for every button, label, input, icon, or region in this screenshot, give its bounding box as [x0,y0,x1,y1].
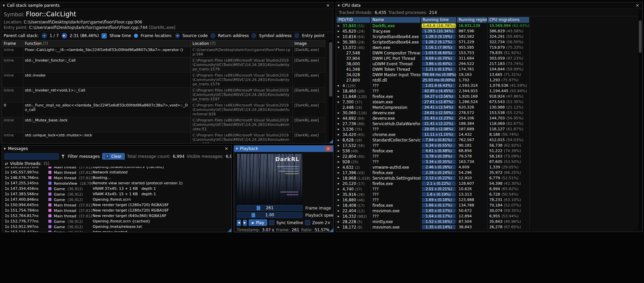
expand-arrow-icon[interactable]: ▶ [338,165,341,170]
frame-image-slider[interactable]: 261 [237,205,303,211]
cpu-process-row[interactable]: ▶4(120) ??? 1:01.9 (6.43%) 2,593,314 1,0… [337,83,638,88]
expand-arrow-icon[interactable]: ▶ [338,23,341,29]
cpu-process-row[interactable]: ▶18,408(17) firefox.exe 1.66 s (0.17%) 1… [337,203,638,208]
close-icon[interactable]: × [634,3,641,8]
playback-speed-slider[interactable]: 1.00 [237,212,303,218]
cpu-process-row[interactable]: ▶22,404(12) msvsmon.exe 1.65 s (0.17%) 5… [337,208,638,214]
col-running-time-header[interactable]: Running time [421,17,456,23]
callstack-scrollbar[interactable] [329,40,333,143]
col-cpu-migrations-header[interactable]: CPU migrations [488,17,529,23]
resize-grip[interactable] [329,228,333,232]
callstack-titlebar[interactable]: ▼ Call stack sample parents × [1,2,333,9]
callstack-table-row[interactable]: inline std::invoke C:\Program Files (x86… [2,72,325,87]
collapse-icon[interactable]: ▼ [4,147,6,150]
scrollbar-thumb[interactable] [639,20,642,53]
expand-arrow-icon[interactable]: ▶ [338,170,341,176]
expand-arrow-icon[interactable]: ▶ [338,137,341,143]
expand-arrow-icon[interactable]: ▶ [338,99,341,105]
expand-arrow-icon[interactable]: ▶ [338,186,341,192]
expand-arrow-icon[interactable]: ▶ [338,132,341,137]
function-cell[interactable]: std::_Invoker_functor::_Call [23,57,191,72]
zoom-2x-checkbox[interactable] [305,220,310,225]
expand-arrow-icon[interactable]: ▶ [338,94,341,99]
expand-arrow-icon[interactable]: ▶ [338,176,341,181]
location-cell[interactable]: C:\Program Files (x86)\Microsoft Visual … [191,102,293,117]
cpu-process-row[interactable]: ▶16,880(46) ??? 1.69 s (0.18%) 123,988 7… [337,197,638,203]
message-row[interactable]: 1s 151,754,784ns Main thread (37,812) Ne… [5,208,231,213]
expand-arrow-icon[interactable]: ▶ [338,121,341,127]
expand-arrow-icon[interactable]: ▶ [338,154,341,159]
radio-entry-point[interactable] [294,33,299,38]
radio-source-code[interactable] [175,33,180,38]
resize-grip[interactable] [228,228,231,232]
cpu-process-row[interactable]: ▶4,632(2) vmware-authd.exe 2.46 s (0.26%… [337,165,638,170]
message-row[interactable]: 1s 152,912,997ns Game (36,912) Opening /… [5,224,231,230]
cpu-process-row[interactable]: 2,448(18) MemCompression 24.41 s (2.54%)… [337,105,638,110]
cpu-titlebar[interactable]: ▼ CPU data × [336,2,642,9]
cpu-process-row[interactable]: ▶27,736(88) ServiceHub.DataWarehouse 21.… [337,121,638,127]
message-row[interactable]: 1s 147,400,846ns Game (36,912) Opening /… [5,197,231,202]
expand-arrow-icon[interactable]: ▶ [338,159,341,165]
collapse-icon[interactable]: ▼ [338,4,340,7]
cpu-process-row[interactable]: ▶536(49) firefox.exe 4.61 s (0.48%) 68,8… [337,148,638,154]
callstack-table-row[interactable]: inline Floor::CalcLight::__l4::<lambda_5… [2,47,325,57]
cpu-process-row[interactable]: 34,028 DWM Master Input Thread 799.64 ms… [337,72,638,78]
cpu-process-row[interactable]: ▶34,420(65) chrome.exe 11.11 s (1.15%) 1… [337,132,638,137]
prev-frame-button[interactable]: ◀ [237,220,241,226]
location-cell[interactable]: C:\Program Files (x86)\Microsoft Visual … [191,87,293,102]
collapse-icon[interactable]: ▼ [236,147,238,150]
clear-button[interactable]: ✕Clear [102,153,125,160]
filter-input[interactable] [4,153,59,160]
cpu-process-row[interactable]: ▶7,300(37) steam.exe 27.61 s (2.87%) 1,2… [337,99,638,105]
function-cell[interactable]: std::invoke [23,72,191,87]
sync-timeline-checkbox[interactable] [269,220,274,225]
cpu-process-row[interactable]: ▶44,692(84) devenv.exe 21.43 s (2.23%) 2… [337,116,638,121]
expand-arrow-icon[interactable]: ▶ [338,116,341,121]
expand-arrow-icon[interactable]: ▶ [338,181,341,186]
expand-arrow-icon[interactable]: ▶ [338,224,341,230]
function-cell[interactable]: std::unique_lock<std::mutex>::lock [23,132,191,144]
cpu-process-row[interactable]: ▶35,916(26) ??? 1.8 s (0.19%) 13,313 6,7… [337,192,638,197]
expand-arrow-icon[interactable]: ▶ [338,219,341,224]
cpu-process-row[interactable]: 38,000 uDWM Event Thread 3.86 s (0.40%) … [337,61,638,67]
cpu-process-row[interactable]: ▼13,072(45) dwm.exe 1:16.1 (7.90%) 955,5… [337,45,638,50]
cpu-process-row[interactable]: ▶8,628(18) StandardCollector.Service.e 7… [337,137,638,143]
expand-arrow-icon[interactable]: ▶ [338,39,341,45]
expand-arrow-icon[interactable]: ▶ [338,197,341,203]
messages-titlebar[interactable]: ▼ Messages × [2,146,231,152]
expand-arrow-icon[interactable]: ▼ [338,45,341,50]
cpu-process-row[interactable]: ▶28,228(5) mintty.exe 1.52 s (0.16%) 87,… [337,219,638,224]
cpu-process-row[interactable]: 41,348 DWM Token Thread 1.21 s (0.13%) 1… [337,67,638,72]
expand-arrow-icon[interactable]: ▶ [338,110,341,116]
radio-return-address[interactable] [211,33,215,38]
cpu-process-row[interactable]: ▶30,060(116) devenv.exe 24.01 s (2.50%) … [337,110,638,116]
message-row[interactable]: 1s 147,383,566ns Game (36,912) VRAM 43x4… [5,192,231,197]
playback-titlebar[interactable]: ▼ Playback × [234,146,333,152]
cpu-process-row[interactable]: ▶11,648(120) firefox.exe 34.27 s (3.56%)… [337,94,638,99]
show-time-checkbox[interactable]: ✓ [102,33,107,38]
expand-arrow-icon[interactable]: ▶ [338,203,341,208]
expand-arrow-icon[interactable]: ▶ [338,34,341,39]
expand-arrow-icon[interactable]: ▶ [338,83,341,88]
cpu-process-row[interactable]: 27,548 DWM Compositor Thread 1:03.5 (6.6… [337,50,638,56]
swap-arrows-icon[interactable]: ⇄ [5,162,8,166]
resize-grip[interactable] [329,139,333,143]
cpu-process-row[interactable]: ▶928(25) ??? 3.34 s (0.35%) 163,734 87,6… [337,159,638,165]
cpu-process-row[interactable]: ▶18,460(20) ??? 42.85 s (4.45%) 2,344,91… [337,88,638,94]
cpu-process-row[interactable]: ▶30,380(24) ScriptedSandbox64.exe 1:28.2… [337,39,638,45]
next-frame-button[interactable]: ▶ [243,220,247,226]
message-row[interactable]: 1s 153,116,427ns Game (36,912) Intro men… [5,230,231,232]
location-cell[interactable]: C:\Program Files (x86)\Microsoft Visual … [191,117,293,132]
callstack-table-row[interactable]: 0 std::_Func_impl_no_alloc<<lambda_5bc22… [2,102,325,117]
cpu-process-row[interactable]: ▶10,816(64) ScriptedSandbox64.exe 1:28.5… [337,34,638,39]
expand-arrow-icon[interactable]: ▶ [338,148,341,154]
cpu-process-row[interactable]: ▶18,172(8) msvsmon.exe 1.35 s (0.14%) 38… [337,224,638,230]
cpu-process-row[interactable]: ▶17,396(43) firefox.exe 2.28 s (0.24%) 5… [337,170,638,176]
message-row[interactable]: 1s 152,764,817ns Main thread (37,812) Ne… [5,213,231,219]
function-cell[interactable]: std::_Func_impl_no_alloc<<lambda_5bc224f… [23,102,191,117]
expand-arrow-icon[interactable]: ▶ [338,127,341,132]
collapse-icon[interactable]: ▼ [3,4,5,7]
cpu-process-row[interactable]: ▶17,532(56) ??? 5.34 s (0.55%) 90,181 56… [337,143,638,148]
close-icon[interactable]: × [325,146,332,151]
cpu-process-row[interactable]: ▶16,332(982) ??? 1.64 s (0.17%) 12,894 6… [337,214,638,219]
